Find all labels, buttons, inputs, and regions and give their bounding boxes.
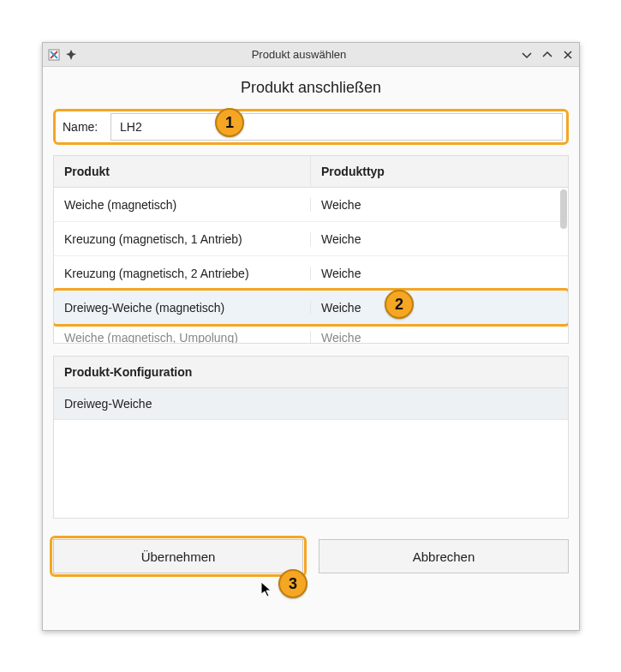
cell-type: Weiche bbox=[311, 198, 568, 212]
dialog-window: Produkt auswählen Produkt anschließen Na… bbox=[42, 42, 580, 631]
config-panel: Produkt-Konfiguration Dreiweg-Weiche bbox=[53, 356, 569, 519]
callout-2: 2 bbox=[385, 290, 414, 319]
pin-icon[interactable] bbox=[65, 49, 77, 61]
titlebar: Produkt auswählen bbox=[43, 43, 579, 67]
table-row[interactable]: Kreuzung (magnetisch, 2 Antriebe) Weiche bbox=[54, 256, 568, 291]
cell-type: Weiche bbox=[311, 331, 568, 343]
config-value: Dreiweg-Weiche bbox=[64, 397, 152, 411]
header-product[interactable]: Produkt bbox=[54, 156, 311, 187]
config-header: Produkt-Konfiguration bbox=[54, 357, 568, 388]
cell-product: Weiche (magnetisch) bbox=[54, 198, 311, 212]
callout-3: 3 bbox=[278, 569, 308, 598]
cell-product: Kreuzung (magnetisch, 2 Antriebe) bbox=[54, 267, 311, 280]
cell-type: Weiche bbox=[311, 301, 568, 315]
app-icon bbox=[48, 49, 60, 61]
cell-type: Weiche bbox=[311, 267, 568, 280]
close-icon[interactable] bbox=[562, 49, 574, 61]
table-row[interactable]: Weiche (magnetisch, Umpolung) Weiche bbox=[54, 325, 568, 343]
apply-button[interactable]: Übernehmen bbox=[53, 539, 303, 573]
scrollbar-thumb[interactable] bbox=[560, 189, 567, 229]
table-row-selected[interactable]: Dreiweg-Weiche (magnetisch) Weiche bbox=[54, 291, 568, 325]
dialog-heading: Produkt anschließen bbox=[43, 67, 579, 105]
header-type[interactable]: Produkttyp bbox=[311, 156, 568, 187]
name-label: Name: bbox=[59, 115, 110, 139]
callout-1: 1 bbox=[215, 108, 244, 137]
minimize-icon[interactable] bbox=[521, 49, 533, 61]
cell-product: Dreiweg-Weiche (magnetisch) bbox=[54, 301, 311, 315]
window-title: Produkt auswählen bbox=[77, 48, 521, 61]
config-value-row[interactable]: Dreiweg-Weiche bbox=[54, 388, 568, 420]
cell-product: Kreuzung (magnetisch, 1 Antrieb) bbox=[54, 232, 311, 246]
product-table-header: Produkt Produkttyp bbox=[54, 156, 568, 188]
cancel-button[interactable]: Abbrechen bbox=[319, 539, 569, 573]
maximize-icon[interactable] bbox=[541, 49, 553, 61]
cell-product: Weiche (magnetisch, Umpolung) bbox=[54, 331, 311, 343]
name-field-row: Name: bbox=[53, 109, 569, 145]
table-row[interactable]: Kreuzung (magnetisch, 1 Antrieb) Weiche bbox=[54, 222, 568, 256]
cell-type: Weiche bbox=[311, 232, 568, 246]
product-table-body: Weiche (magnetisch) Weiche Kreuzung (mag… bbox=[54, 188, 568, 343]
mouse-cursor-icon bbox=[260, 581, 274, 598]
dialog-button-row: Übernehmen Abbrechen bbox=[53, 539, 569, 573]
name-input[interactable] bbox=[110, 113, 563, 141]
product-table: Produkt Produkttyp Weiche (magnetisch) W… bbox=[53, 155, 569, 344]
table-row[interactable]: Weiche (magnetisch) Weiche bbox=[54, 188, 568, 222]
